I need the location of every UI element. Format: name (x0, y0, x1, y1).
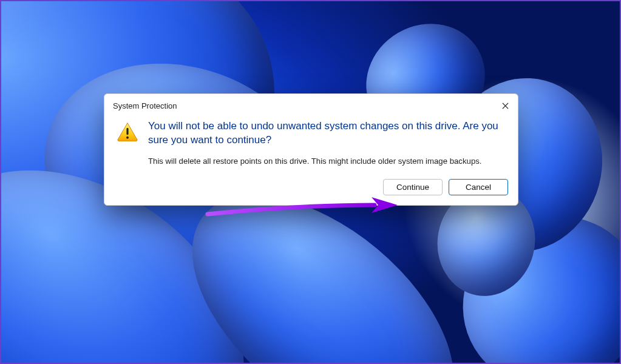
cancel-button[interactable]: Cancel (449, 179, 508, 195)
dialog-titlebar: System Protection (104, 94, 518, 117)
close-button[interactable] (498, 99, 512, 112)
dialog-body-text: This will delete all restore points on t… (148, 156, 504, 167)
dialog-title: System Protection (113, 101, 177, 110)
dialog-heading: You will not be able to undo unwanted sy… (148, 120, 504, 147)
dialog-button-row: Continue Cancel (104, 170, 518, 205)
warning-icon (117, 122, 138, 141)
svg-rect-0 (126, 128, 128, 135)
system-protection-dialog: System Protection Y (104, 93, 518, 206)
svg-point-1 (126, 136, 129, 139)
continue-button[interactable]: Continue (383, 179, 443, 195)
close-icon (502, 103, 509, 109)
